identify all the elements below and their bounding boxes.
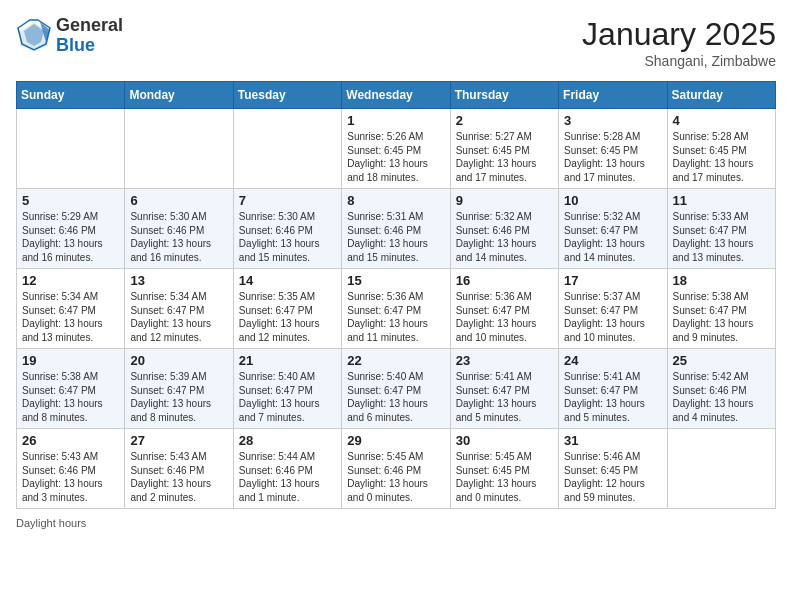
cell-text: Sunrise: 5:43 AMSunset: 6:46 PMDaylight:… [22, 450, 119, 504]
col-saturday: Saturday [667, 82, 775, 109]
cell-text: Sunrise: 5:32 AMSunset: 6:47 PMDaylight:… [564, 210, 661, 264]
col-friday: Friday [559, 82, 667, 109]
footer-text: Daylight hours [16, 517, 776, 529]
day-number: 2 [456, 113, 553, 128]
day-number: 15 [347, 273, 444, 288]
cell-text: Sunrise: 5:34 AMSunset: 6:47 PMDaylight:… [22, 290, 119, 344]
day-number: 14 [239, 273, 336, 288]
cell-text: Sunrise: 5:39 AMSunset: 6:47 PMDaylight:… [130, 370, 227, 424]
cell-text: Sunrise: 5:34 AMSunset: 6:47 PMDaylight:… [130, 290, 227, 344]
day-number: 29 [347, 433, 444, 448]
title-block: January 2025 Shangani, Zimbabwe [582, 16, 776, 69]
logo-text: General Blue [56, 16, 123, 56]
cell-text: Sunrise: 5:44 AMSunset: 6:46 PMDaylight:… [239, 450, 336, 504]
calendar-week-row: 26Sunrise: 5:43 AMSunset: 6:46 PMDayligh… [17, 429, 776, 509]
table-row: 9Sunrise: 5:32 AMSunset: 6:46 PMDaylight… [450, 189, 558, 269]
page-header: General Blue January 2025 Shangani, Zimb… [16, 16, 776, 69]
cell-text: Sunrise: 5:30 AMSunset: 6:46 PMDaylight:… [239, 210, 336, 264]
table-row [667, 429, 775, 509]
day-number: 21 [239, 353, 336, 368]
table-row: 12Sunrise: 5:34 AMSunset: 6:47 PMDayligh… [17, 269, 125, 349]
table-row: 2Sunrise: 5:27 AMSunset: 6:45 PMDaylight… [450, 109, 558, 189]
table-row: 1Sunrise: 5:26 AMSunset: 6:45 PMDaylight… [342, 109, 450, 189]
day-number: 20 [130, 353, 227, 368]
table-row: 30Sunrise: 5:45 AMSunset: 6:45 PMDayligh… [450, 429, 558, 509]
table-row: 6Sunrise: 5:30 AMSunset: 6:46 PMDaylight… [125, 189, 233, 269]
cell-text: Sunrise: 5:36 AMSunset: 6:47 PMDaylight:… [456, 290, 553, 344]
calendar-table: Sunday Monday Tuesday Wednesday Thursday… [16, 81, 776, 509]
table-row: 20Sunrise: 5:39 AMSunset: 6:47 PMDayligh… [125, 349, 233, 429]
calendar-week-row: 12Sunrise: 5:34 AMSunset: 6:47 PMDayligh… [17, 269, 776, 349]
cell-text: Sunrise: 5:28 AMSunset: 6:45 PMDaylight:… [564, 130, 661, 184]
cell-text: Sunrise: 5:41 AMSunset: 6:47 PMDaylight:… [564, 370, 661, 424]
day-number: 10 [564, 193, 661, 208]
col-wednesday: Wednesday [342, 82, 450, 109]
logo-icon [16, 18, 52, 54]
table-row [17, 109, 125, 189]
table-row: 21Sunrise: 5:40 AMSunset: 6:47 PMDayligh… [233, 349, 341, 429]
col-thursday: Thursday [450, 82, 558, 109]
cell-text: Sunrise: 5:32 AMSunset: 6:46 PMDaylight:… [456, 210, 553, 264]
day-number: 3 [564, 113, 661, 128]
table-row: 19Sunrise: 5:38 AMSunset: 6:47 PMDayligh… [17, 349, 125, 429]
day-number: 30 [456, 433, 553, 448]
table-row: 24Sunrise: 5:41 AMSunset: 6:47 PMDayligh… [559, 349, 667, 429]
calendar-week-row: 5Sunrise: 5:29 AMSunset: 6:46 PMDaylight… [17, 189, 776, 269]
day-number: 4 [673, 113, 770, 128]
table-row: 31Sunrise: 5:46 AMSunset: 6:45 PMDayligh… [559, 429, 667, 509]
day-number: 16 [456, 273, 553, 288]
table-row: 27Sunrise: 5:43 AMSunset: 6:46 PMDayligh… [125, 429, 233, 509]
day-number: 26 [22, 433, 119, 448]
table-row: 22Sunrise: 5:40 AMSunset: 6:47 PMDayligh… [342, 349, 450, 429]
cell-text: Sunrise: 5:46 AMSunset: 6:45 PMDaylight:… [564, 450, 661, 504]
col-monday: Monday [125, 82, 233, 109]
table-row: 16Sunrise: 5:36 AMSunset: 6:47 PMDayligh… [450, 269, 558, 349]
table-row: 7Sunrise: 5:30 AMSunset: 6:46 PMDaylight… [233, 189, 341, 269]
day-number: 8 [347, 193, 444, 208]
cell-text: Sunrise: 5:40 AMSunset: 6:47 PMDaylight:… [239, 370, 336, 424]
day-number: 27 [130, 433, 227, 448]
table-row: 10Sunrise: 5:32 AMSunset: 6:47 PMDayligh… [559, 189, 667, 269]
day-number: 25 [673, 353, 770, 368]
cell-text: Sunrise: 5:29 AMSunset: 6:46 PMDaylight:… [22, 210, 119, 264]
day-number: 17 [564, 273, 661, 288]
table-row: 18Sunrise: 5:38 AMSunset: 6:47 PMDayligh… [667, 269, 775, 349]
logo: General Blue [16, 16, 123, 56]
table-row: 28Sunrise: 5:44 AMSunset: 6:46 PMDayligh… [233, 429, 341, 509]
cell-text: Sunrise: 5:45 AMSunset: 6:45 PMDaylight:… [456, 450, 553, 504]
cell-text: Sunrise: 5:26 AMSunset: 6:45 PMDaylight:… [347, 130, 444, 184]
table-row: 15Sunrise: 5:36 AMSunset: 6:47 PMDayligh… [342, 269, 450, 349]
day-number: 22 [347, 353, 444, 368]
location: Shangani, Zimbabwe [582, 53, 776, 69]
cell-text: Sunrise: 5:45 AMSunset: 6:46 PMDaylight:… [347, 450, 444, 504]
cell-text: Sunrise: 5:38 AMSunset: 6:47 PMDaylight:… [22, 370, 119, 424]
cell-text: Sunrise: 5:27 AMSunset: 6:45 PMDaylight:… [456, 130, 553, 184]
cell-text: Sunrise: 5:42 AMSunset: 6:46 PMDaylight:… [673, 370, 770, 424]
cell-text: Sunrise: 5:35 AMSunset: 6:47 PMDaylight:… [239, 290, 336, 344]
day-number: 12 [22, 273, 119, 288]
table-row: 5Sunrise: 5:29 AMSunset: 6:46 PMDaylight… [17, 189, 125, 269]
table-row: 3Sunrise: 5:28 AMSunset: 6:45 PMDaylight… [559, 109, 667, 189]
day-number: 5 [22, 193, 119, 208]
cell-text: Sunrise: 5:33 AMSunset: 6:47 PMDaylight:… [673, 210, 770, 264]
month-title: January 2025 [582, 16, 776, 53]
cell-text: Sunrise: 5:37 AMSunset: 6:47 PMDaylight:… [564, 290, 661, 344]
day-number: 13 [130, 273, 227, 288]
cell-text: Sunrise: 5:43 AMSunset: 6:46 PMDaylight:… [130, 450, 227, 504]
table-row [125, 109, 233, 189]
table-row: 13Sunrise: 5:34 AMSunset: 6:47 PMDayligh… [125, 269, 233, 349]
day-number: 18 [673, 273, 770, 288]
cell-text: Sunrise: 5:36 AMSunset: 6:47 PMDaylight:… [347, 290, 444, 344]
calendar-header-row: Sunday Monday Tuesday Wednesday Thursday… [17, 82, 776, 109]
calendar-week-row: 19Sunrise: 5:38 AMSunset: 6:47 PMDayligh… [17, 349, 776, 429]
day-number: 11 [673, 193, 770, 208]
cell-text: Sunrise: 5:30 AMSunset: 6:46 PMDaylight:… [130, 210, 227, 264]
table-row: 8Sunrise: 5:31 AMSunset: 6:46 PMDaylight… [342, 189, 450, 269]
table-row: 26Sunrise: 5:43 AMSunset: 6:46 PMDayligh… [17, 429, 125, 509]
table-row [233, 109, 341, 189]
table-row: 11Sunrise: 5:33 AMSunset: 6:47 PMDayligh… [667, 189, 775, 269]
table-row: 23Sunrise: 5:41 AMSunset: 6:47 PMDayligh… [450, 349, 558, 429]
day-number: 6 [130, 193, 227, 208]
cell-text: Sunrise: 5:40 AMSunset: 6:47 PMDaylight:… [347, 370, 444, 424]
day-number: 28 [239, 433, 336, 448]
